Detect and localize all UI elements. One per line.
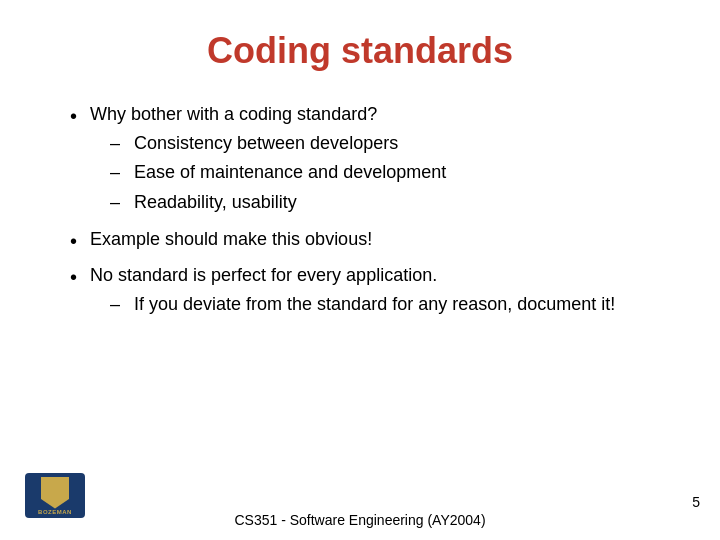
sub-bullet-item-1-2: – Ease of maintenance and development: [110, 160, 446, 185]
footer-page-number: 5: [692, 494, 700, 510]
sub-bullet-item-3-1: – If you deviate from the standard for a…: [110, 292, 615, 317]
bullet-item-3: • No standard is perfect for every appli…: [70, 263, 670, 321]
sub-bullet-dash-1-3: –: [110, 190, 134, 215]
footer-course-label: CS351 - Software Engineering (AY2004): [234, 512, 485, 528]
sub-bullets-3: – If you deviate from the standard for a…: [110, 292, 615, 317]
sub-bullet-dash-1-2: –: [110, 160, 134, 185]
bullet-text-2: Example should make this obvious!: [90, 227, 372, 252]
sub-bullet-text-1-1: Consistency between developers: [134, 131, 398, 156]
bullet-dot-2: •: [70, 227, 90, 255]
footer: BOZEMAN CS351 - Software Engineering (AY…: [0, 512, 720, 528]
sub-bullet-dash-3-1: –: [110, 292, 134, 317]
sub-bullet-text-1-3: Readability, usability: [134, 190, 297, 215]
bullet-dot-3: •: [70, 263, 90, 291]
bullet-dot-1: •: [70, 102, 90, 130]
sub-bullet-dash-1-1: –: [110, 131, 134, 156]
bullet-text-1: Why bother with a coding standard?: [90, 104, 377, 124]
sub-bullet-item-1-1: – Consistency between developers: [110, 131, 446, 156]
bullet-text-3: No standard is perfect for every applica…: [90, 265, 437, 285]
bullet-item-2: • Example should make this obvious!: [70, 227, 670, 255]
bullet-item-1: • Why bother with a coding standard? – C…: [70, 102, 670, 219]
sub-bullets-1: – Consistency between developers – Ease …: [110, 131, 446, 215]
footer-logo: BOZEMAN: [20, 470, 90, 520]
logo-shield-icon: [41, 477, 69, 509]
logo-shape: BOZEMAN: [25, 473, 85, 518]
slide-container: Coding standards • Why bother with a cod…: [0, 0, 720, 540]
logo-text: BOZEMAN: [38, 509, 72, 515]
slide-title: Coding standards: [50, 20, 670, 72]
sub-bullet-item-1-3: – Readability, usability: [110, 190, 446, 215]
content-area: • Why bother with a coding standard? – C…: [50, 102, 670, 321]
sub-bullet-text-3-1: If you deviate from the standard for any…: [134, 292, 615, 317]
sub-bullet-text-1-2: Ease of maintenance and development: [134, 160, 446, 185]
